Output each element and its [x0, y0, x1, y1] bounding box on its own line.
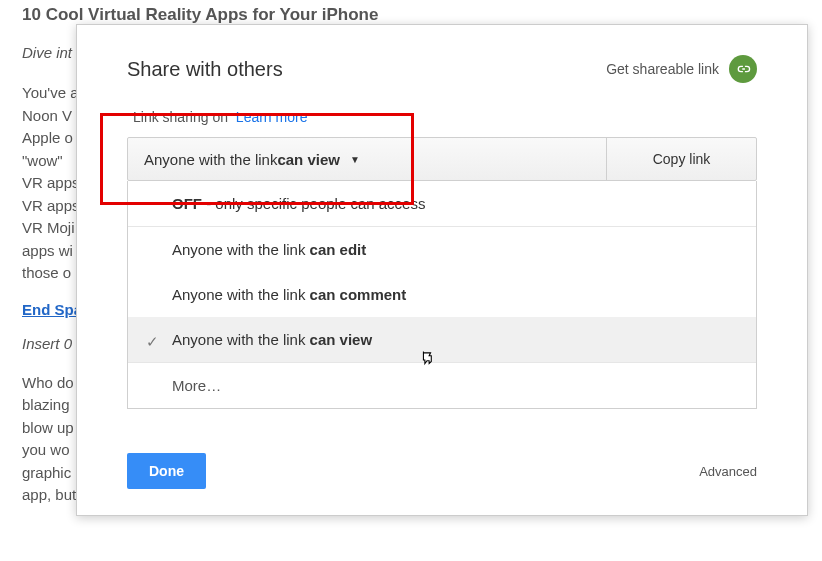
dropdown-text-prefix: Anyone with the link — [144, 151, 277, 168]
permission-menu: OFF - only specific people can access An… — [127, 181, 757, 409]
option-edit-prefix: Anyone with the link — [172, 241, 310, 258]
learn-more-link[interactable]: Learn more — [236, 109, 308, 125]
option-off-rest: - only specific people can access — [202, 195, 425, 212]
article-link[interactable]: End Spa — [22, 299, 82, 322]
option-more[interactable]: More… — [128, 362, 756, 408]
link-icon — [729, 55, 757, 83]
option-view-bold: can view — [310, 331, 373, 348]
chevron-down-icon: ▼ — [350, 154, 360, 165]
option-can-view[interactable]: ✓ Anyone with the link can view — [128, 317, 756, 362]
option-comment-prefix: Anyone with the link — [172, 286, 310, 303]
dropdown-text-bold: can view — [277, 151, 340, 168]
done-button[interactable]: Done — [127, 453, 206, 489]
get-shareable-link-label: Get shareable link — [606, 61, 719, 77]
option-comment-bold: can comment — [310, 286, 407, 303]
copy-link-button[interactable]: Copy link — [606, 138, 756, 180]
link-sharing-status: Link sharing on — [133, 109, 228, 125]
share-dialog: Share with others Get shareable link Lin… — [76, 24, 808, 516]
option-off-bold: OFF — [172, 195, 202, 212]
option-edit-bold: can edit — [310, 241, 367, 258]
option-off[interactable]: OFF - only specific people can access — [128, 181, 756, 227]
option-can-edit[interactable]: Anyone with the link can edit — [128, 227, 756, 272]
link-permission-dropdown[interactable]: Anyone with the link can view ▼ — [128, 138, 606, 180]
checkmark-icon: ✓ — [146, 333, 159, 351]
get-shareable-link-button[interactable]: Get shareable link — [606, 55, 757, 83]
advanced-link[interactable]: Advanced — [699, 464, 757, 479]
dialog-title: Share with others — [127, 58, 283, 81]
option-view-prefix: Anyone with the link — [172, 331, 310, 348]
option-can-comment[interactable]: Anyone with the link can comment — [128, 272, 756, 317]
